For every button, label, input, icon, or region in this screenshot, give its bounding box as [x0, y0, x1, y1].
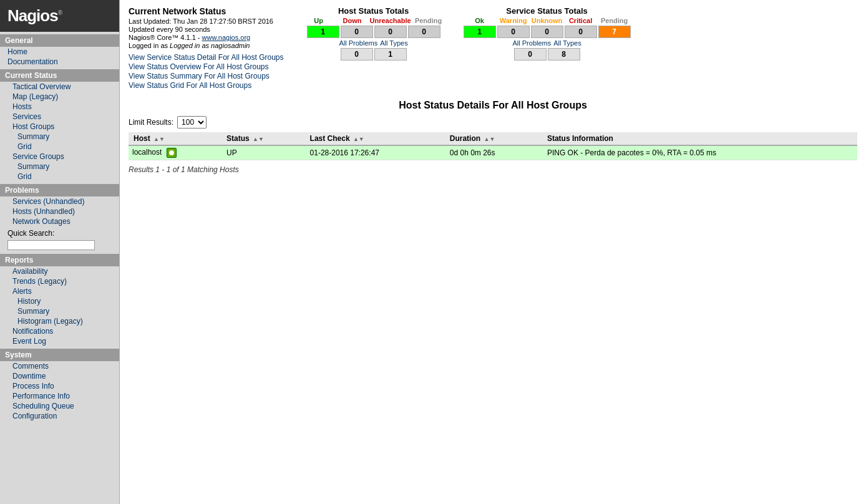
host-value-pending[interactable]: 0 — [408, 26, 440, 38]
sidebar-link-trends-legacy[interactable]: Trends (Legacy) — [0, 276, 119, 286]
view-status-summary[interactable]: View Status Summary For All Host Groups — [129, 72, 284, 80]
sidebar-link-downtime[interactable]: Downtime — [0, 371, 119, 381]
host-sub-value-0[interactable]: 0 — [341, 48, 373, 61]
host-header-unreachable: Unreachable — [370, 17, 411, 24]
duration-sort-icon[interactable]: ▲▼ — [484, 136, 495, 142]
host-status-totals: Host Status Totals Up Down Unreachable P… — [303, 6, 445, 94]
sidebar-link-alerts[interactable]: Alerts — [0, 286, 119, 296]
service-header-critical: Critical — [565, 17, 597, 24]
host-sub-value-1[interactable]: 1 — [374, 48, 407, 61]
sidebar-link-notifications[interactable]: Notifications — [0, 326, 119, 336]
network-status-title: Current Network Status — [129, 6, 284, 16]
sidebar-link-map-legacy[interactable]: Map (Legacy) — [0, 92, 119, 102]
host-header-pending: Pending — [412, 17, 445, 24]
section-general: General — [0, 34, 119, 47]
limit-label: Limit Results: — [129, 118, 173, 127]
service-totals-links-row: All Problems All Types — [464, 39, 631, 47]
sidebar-link-service-groups-summary[interactable]: Summary — [0, 162, 119, 172]
last-check-sort-icon[interactable]: ▲▼ — [353, 136, 364, 142]
host-value-unreachable[interactable]: 0 — [374, 26, 407, 38]
col-duration[interactable]: Duration ▲▼ — [445, 132, 542, 145]
sidebar-link-host-groups-grid[interactable]: Grid — [0, 142, 119, 152]
sidebar-link-alerts-summary[interactable]: Summary — [0, 306, 119, 316]
service-header-pending: Pending — [598, 17, 631, 24]
sidebar-link-scheduling-queue[interactable]: Scheduling Queue — [0, 401, 119, 411]
sidebar-link-problems-hosts[interactable]: Hosts (Unhandled) — [0, 206, 119, 216]
sidebar: Nagios® General Home Documentation Curre… — [0, 0, 120, 504]
sidebar-link-tactical-overview[interactable]: Tactical Overview — [0, 82, 119, 92]
host-table: Host ▲▼ Status ▲▼ Last Check ▲▼ Duration… — [129, 132, 857, 160]
version-info: Nagios® Core™ 4.1.1 - www.nagios.org — [129, 34, 284, 41]
sidebar-link-process-info[interactable]: Process Info — [0, 381, 119, 391]
limit-results: Limit Results: 100 50 25 All — [129, 116, 857, 128]
view-status-overview[interactable]: View Status Overview For All Host Groups — [129, 62, 284, 71]
host-all-types-link[interactable]: All Types — [380, 39, 407, 47]
col-status[interactable]: Status ▲▼ — [221, 132, 304, 145]
host-value-down[interactable]: 0 — [341, 26, 373, 38]
host-all-problems-link[interactable]: All Problems — [339, 39, 377, 47]
host-header-up: Up — [303, 17, 335, 24]
last-check-cell: 01-28-2016 17:26:47 — [305, 145, 445, 160]
host-cell[interactable]: localhost — [129, 145, 221, 160]
sidebar-link-host-groups[interactable]: Host Groups — [0, 122, 119, 132]
sidebar-link-event-log[interactable]: Event Log — [0, 336, 119, 346]
network-status-block: Current Network Status Last Updated: Thu… — [129, 6, 284, 94]
sidebar-link-home[interactable]: Home — [0, 47, 119, 57]
problems-hosts-unhandled: Unhandled — [36, 207, 72, 216]
service-header-ok: Ok — [464, 17, 496, 24]
host-sort-icon[interactable]: ▲▼ — [153, 136, 165, 142]
service-value-warning[interactable]: 0 — [497, 26, 530, 38]
sidebar-link-hosts[interactable]: Hosts — [0, 102, 119, 112]
service-status-totals: Service Status Totals Ok Warning Unknown… — [464, 6, 631, 94]
service-value-unknown[interactable]: 0 — [531, 26, 563, 38]
sidebar-link-comments[interactable]: Comments — [0, 361, 119, 371]
sidebar-link-alerts-history[interactable]: History — [0, 296, 119, 306]
col-last-check[interactable]: Last Check ▲▼ — [305, 132, 445, 145]
nagios-logo-text: Nagios — [7, 6, 58, 25]
service-value-critical[interactable]: 0 — [565, 26, 597, 38]
view-service-status-detail[interactable]: View Service Status Detail For All Host … — [129, 53, 284, 62]
service-sub-value-0[interactable]: 0 — [514, 48, 547, 61]
sidebar-link-host-groups-summary[interactable]: Summary — [0, 132, 119, 142]
table-row: localhost UP 01-28-2016 17:26:47 0d 0h 0… — [129, 145, 857, 160]
logged-in-info: Logged in as Logged in as nagiosadmin — [129, 42, 284, 49]
view-status-grid[interactable]: View Status Grid For All Host Groups — [129, 81, 284, 90]
col-host[interactable]: Host ▲▼ — [129, 132, 221, 145]
main-content: Current Network Status Last Updated: Thu… — [120, 0, 866, 504]
host-totals-value-row: 1 0 0 0 — [303, 26, 445, 38]
sidebar-link-availability[interactable]: Availability — [0, 266, 119, 276]
status-cell: UP — [221, 145, 304, 160]
service-totals-header-row: Ok Warning Unknown Critical Pending — [464, 17, 631, 24]
sidebar-link-problems-services[interactable]: Services (Unhandled) — [0, 196, 119, 206]
quick-search-input[interactable] — [7, 240, 95, 250]
service-sub-value-1[interactable]: 8 — [548, 48, 580, 61]
service-value-pending[interactable]: 7 — [598, 26, 631, 38]
main-header: Current Network Status Last Updated: Thu… — [129, 6, 857, 94]
col-status-info: Status Information — [542, 132, 857, 145]
host-header-down: Down — [336, 17, 369, 24]
nagios-org-link[interactable]: www.nagios.org — [202, 34, 251, 41]
sidebar-link-service-groups[interactable]: Service Groups — [0, 152, 119, 162]
service-totals-value-row: 1 0 0 0 7 — [464, 26, 631, 38]
sidebar-link-services[interactable]: Services — [0, 112, 119, 122]
version-text: Nagios® Core™ 4.1.1 - — [129, 34, 202, 41]
service-all-problems-link[interactable]: All Problems — [512, 39, 551, 47]
problems-services-unhandled: Unhandled — [46, 197, 82, 206]
host-totals-links-row: All Problems All Types — [303, 39, 445, 47]
sidebar-link-alerts-histogram[interactable]: Histogram (Legacy) — [0, 316, 119, 326]
service-value-ok[interactable]: 1 — [464, 26, 496, 38]
status-sort-icon[interactable]: ▲▼ — [253, 136, 264, 142]
page-title: Host Status Details For All Host Groups — [129, 100, 857, 111]
sidebar-link-documentation[interactable]: Documentation — [0, 57, 119, 67]
service-all-types-link[interactable]: All Types — [553, 39, 581, 47]
sidebar-link-performance-info[interactable]: Performance Info — [0, 391, 119, 401]
section-reports: Reports — [0, 254, 119, 266]
sidebar-link-configuration[interactable]: Configuration — [0, 411, 119, 421]
sidebar-link-network-outages[interactable]: Network Outages — [0, 216, 119, 226]
limit-select[interactable]: 100 50 25 All — [177, 116, 207, 128]
logo-area: Nagios® — [0, 0, 119, 32]
quick-search-label: Quick Search: — [0, 226, 119, 239]
sidebar-link-service-groups-grid[interactable]: Grid — [0, 172, 119, 182]
service-header-warning: Warning — [497, 17, 530, 24]
host-value-up[interactable]: 1 — [307, 26, 339, 38]
